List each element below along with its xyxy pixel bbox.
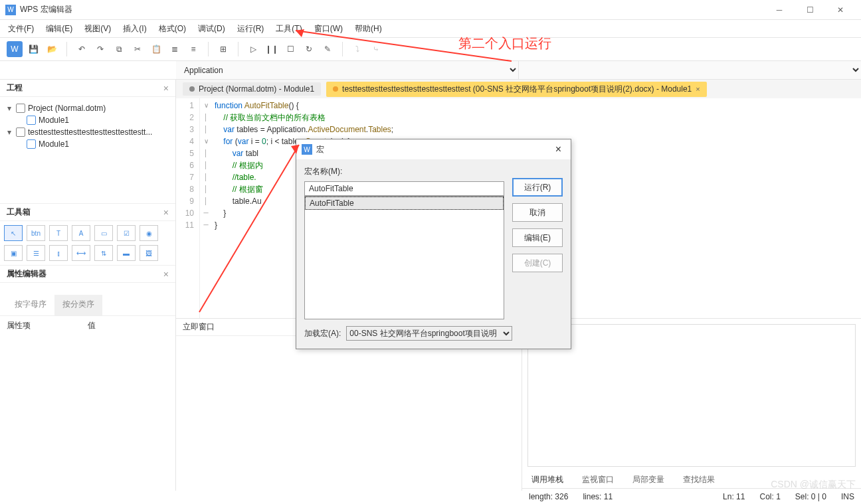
play-icon[interactable]: ▷ [245,41,261,57]
macro-name-input[interactable] [304,181,504,196]
minimize-button[interactable]: ─ [764,1,795,19]
object-selector[interactable]: Application [176,61,519,79]
tool-radio[interactable]: ◉ [140,225,158,241]
tool-slider[interactable]: ⟷ [72,245,90,261]
menu-window[interactable]: 窗口(W) [314,23,343,35]
menu-edit[interactable]: 编辑(E) [46,23,72,35]
save-icon[interactable]: 💾 [25,41,41,57]
dialog-icon: W [302,144,312,155]
file-dot-icon [189,86,195,92]
status-mode: INS [841,492,854,501]
dbgtab-results[interactable]: 查找结果 [674,471,724,490]
tree-project-2[interactable]: ▾testtesttesttesttesttesttesttesttestt..… [0,126,175,138]
status-ln: Ln: 11 [723,492,745,501]
project-tree: ▾Project (Normal.dotm) Module1 ▾testtest… [0,97,175,203]
line-gutter: 1234567891011 [176,98,200,318]
project-close-icon[interactable]: × [163,83,169,94]
project-panel-title: 工程 [7,82,23,94]
menu-bar: 文件(F) 编辑(E) 视图(V) 插入(I) 格式(O) 调试(D) 运行(R… [0,20,861,37]
debug-output[interactable] [527,324,856,467]
tool-frame[interactable]: ▣ [4,245,23,261]
tab-alpha[interactable]: 按字母序 [7,295,54,315]
dialog-close-icon[interactable]: × [551,143,565,155]
tool-button[interactable]: btn [27,225,45,241]
menu-help[interactable]: 帮助(H) [355,23,382,35]
outdent-icon[interactable]: ≡ [185,41,201,57]
window-title: WPS 宏编辑器 [20,4,764,15]
stop-icon[interactable]: ☐ [282,41,298,57]
macro-list[interactable]: AutoFitTable [304,196,504,319]
status-length: length: 326 [529,492,568,501]
cancel-button[interactable]: 取消 [512,203,563,222]
macro-name-label: 宏名称(M): [304,166,504,177]
menu-tool[interactable]: 工具(T) [276,23,302,35]
copy-icon[interactable]: ⧉ [111,41,127,57]
tool-spin[interactable]: ⇅ [94,245,113,261]
tool-scroll[interactable]: ⫿ [49,245,68,261]
reset-icon[interactable]: ↻ [301,41,317,57]
maximize-button[interactable]: ☐ [795,1,825,19]
load-macro-select[interactable]: 00-SNS 社交网络平台springboot项目说明 [346,326,512,341]
create-button: 创建(C) [512,254,563,272]
redo-icon[interactable]: ↷ [92,41,108,57]
tool-combo[interactable]: ▭ [94,225,113,241]
tool-label[interactable]: A [72,225,90,241]
menu-file[interactable]: 文件(F) [8,23,34,35]
paste-icon[interactable]: 📋 [148,41,164,57]
cut-icon[interactable]: ✂ [130,41,145,57]
indent-icon[interactable]: ≣ [167,41,183,57]
run-button[interactable]: 运行(R) [512,178,563,197]
file-tab-2[interactable]: testtesttesttesttesttesttesttesttesttest… [326,82,707,97]
menu-format[interactable]: 格式(O) [159,23,186,35]
status-sel: Sel: 0 | 0 [795,492,826,501]
toolbox-close-icon[interactable]: × [163,207,169,218]
app-icon: W [5,5,16,15]
tool-check[interactable]: ☑ [117,225,136,241]
tree-module-2[interactable]: Module1 [0,138,175,150]
immediate-body[interactable] [176,336,522,491]
macro-list-item[interactable]: AutoFitTable [305,197,504,210]
dbgtab-watch[interactable]: 监视窗口 [573,471,623,490]
stepover-icon[interactable]: ⤵ [349,41,365,57]
design-icon[interactable]: ⊞ [215,41,231,57]
immediate-title: 立即窗口 [183,321,215,333]
watermark: CSDN @诚信赢天下 [771,479,856,491]
open-icon[interactable]: 📂 [44,41,60,57]
toolbar: W 💾 📂 ↶ ↷ ⧉ ✂ 📋 ≣ ≡ ⊞ ▷ ❙❙ ☐ ↻ ✎ ⤵ ⤷ [0,37,861,61]
prop-col-name: 属性项 [7,320,88,331]
prop-col-value: 值 [88,320,169,331]
dbgtab-locals[interactable]: 局部变量 [623,471,674,490]
menu-debug[interactable]: 调试(D) [198,23,225,35]
menu-run[interactable]: 运行(R) [237,23,264,35]
dbgtab-stack[interactable]: 调用堆栈 [522,471,573,490]
stepinto-icon[interactable]: ⤷ [368,41,384,57]
tool-image[interactable]: 🖼 [140,245,158,261]
menu-insert[interactable]: 插入(I) [123,23,146,35]
status-col: Col: 1 [759,492,780,501]
undo-icon[interactable]: ↶ [74,41,90,57]
menu-view[interactable]: 视图(V) [84,23,111,35]
tree-project-1[interactable]: ▾Project (Normal.dotm) [0,102,175,114]
tool-pointer[interactable]: ↖ [4,225,23,241]
pause-icon[interactable]: ❙❙ [264,41,280,57]
tab-close-icon[interactable]: × [696,85,700,93]
tool-text[interactable]: T [49,225,68,241]
edit-button[interactable]: 编辑(E) [512,228,563,247]
annotation-text: 第二个入口运行 [458,35,551,52]
fold-gutter[interactable]: ∨││∨│││││── [200,98,212,318]
tool-progress[interactable]: ▬ [117,245,136,261]
dialog-title: 宏 [316,144,551,155]
wps-icon[interactable]: W [7,41,23,57]
edit-icon[interactable]: ✎ [320,41,335,57]
close-button[interactable]: ✕ [825,1,856,19]
propedit-close-icon[interactable]: × [163,269,169,280]
status-lines: lines: 11 [583,492,613,501]
macro-dialog: W 宏 × 宏名称(M): AutoFitTable 运行(R) 取消 编辑(E… [296,139,571,349]
tool-list[interactable]: ☰ [27,245,45,261]
tab-category[interactable]: 按分类序 [54,295,102,315]
tree-module-1[interactable]: Module1 [0,114,175,126]
file-tab-1[interactable]: Project (Normal.dotm) - Module1 [183,82,321,96]
procedure-selector[interactable] [519,61,861,79]
toolbox-title: 工具箱 [7,207,31,218]
propedit-title: 属性编辑器 [7,268,47,280]
